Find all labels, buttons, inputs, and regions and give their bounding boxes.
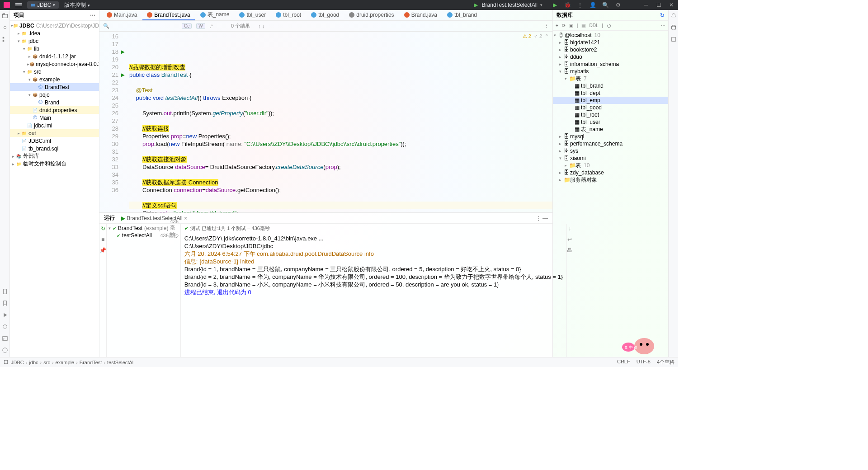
app-logo: [4, 2, 10, 8]
project-dropdown[interactable]: JDBC ▾: [27, 1, 59, 9]
db-tree-item[interactable]: ▾🗄mybatis: [553, 68, 668, 75]
db-tree-item[interactable]: ▸🗄zdy_database: [553, 169, 668, 176]
db-tx-icon[interactable]: ⭯: [607, 23, 611, 28]
editor-tab[interactable]: tbl_user: [235, 10, 270, 20]
maven-tool-icon[interactable]: [670, 36, 677, 42]
inspection-widget[interactable]: ⚠ 2 ✓ 2 ⌃: [523, 33, 549, 40]
status-indent[interactable]: 4个空格: [657, 359, 675, 366]
run-config-selector[interactable]: ▶ BrandTest.testSelectAll ▾: [470, 1, 545, 9]
search-icon[interactable]: 🔍: [602, 2, 609, 8]
db-tree-item[interactable]: ▾🛢@localhost10: [553, 32, 668, 39]
pin-icon[interactable]: 📌: [99, 247, 106, 254]
db-tree-item[interactable]: ▸🗄sys: [553, 147, 668, 155]
bookmarks-tool-icon[interactable]: [2, 300, 8, 306]
editor-tab[interactable]: 表_name: [196, 10, 234, 20]
search-small-icon[interactable]: 🔍: [103, 23, 109, 29]
breadcrumbs[interactable]: JDBC›jdbc›src›example›BrandTest›testSele…: [11, 360, 135, 365]
debug-tool-icon[interactable]: [2, 324, 8, 330]
run-icon[interactable]: ▶: [552, 2, 558, 8]
breadcrumb-item[interactable]: src: [43, 360, 50, 365]
words-toggle[interactable]: W: [196, 23, 205, 29]
structure-tool-icon[interactable]: [2, 36, 8, 42]
editor-tab[interactable]: BrandTest.java: [142, 10, 194, 20]
notifications-icon[interactable]: [670, 13, 677, 19]
problems-tool-icon[interactable]: [2, 347, 8, 353]
db-tree-item[interactable]: ▾🗄xiaomi: [553, 155, 668, 162]
db-tree-item[interactable]: ▦表_name: [553, 126, 668, 133]
editor-tab[interactable]: tbl_brand: [443, 10, 481, 20]
code-with-me-icon[interactable]: 👤: [590, 2, 596, 8]
maximize-icon[interactable]: ☐: [656, 2, 662, 8]
scroll-end-icon[interactable]: ↓: [568, 226, 571, 232]
commit-tool-icon[interactable]: [2, 24, 8, 31]
breadcrumb-item[interactable]: jdbc: [29, 360, 38, 365]
db-tree[interactable]: ▾🛢@localhost10▸🗄bigdate1421▸🗄bookstore2▸…: [553, 31, 668, 184]
terminal-tool-icon[interactable]: [2, 335, 8, 342]
db-filter-icon[interactable]: ▤: [581, 23, 585, 28]
db-ddl-button[interactable]: DDL: [589, 23, 598, 28]
db-tree-item[interactable]: ▸🗄dduo: [553, 53, 668, 61]
database-tool-icon[interactable]: [670, 24, 677, 31]
editor-tab[interactable]: druid.properties: [344, 10, 398, 20]
db-sync-icon[interactable]: ⟳: [562, 23, 566, 28]
soft-wrap-icon[interactable]: ↩: [567, 236, 572, 243]
breadcrumb-item[interactable]: testSelectAll: [107, 360, 135, 365]
rerun-icon[interactable]: ↻: [101, 226, 105, 232]
db-tree-item[interactable]: ▦tbl_brand: [553, 82, 668, 89]
console-output[interactable]: C:\Users\ZDY\.jdks\corretto-1.8.0_412\bi…: [181, 233, 566, 357]
breadcrumb-item[interactable]: BrandTest: [80, 360, 102, 365]
editor-tab[interactable]: Brand.java: [400, 10, 442, 20]
main-menu-button[interactable]: [15, 3, 22, 7]
db-console-icon[interactable]: ▣: [569, 23, 573, 28]
run-tool-icon[interactable]: [2, 312, 8, 318]
db-tree-item[interactable]: ▸📁表10: [553, 162, 668, 169]
svg-rect-1: [2, 14, 7, 18]
svg-point-6: [3, 325, 7, 329]
debug-icon[interactable]: 🐞: [564, 2, 571, 8]
test-tree[interactable]: ▾✔BrandTest (example)436毫秒 ✔testSelectAl…: [107, 224, 181, 357]
breadcrumb-item[interactable]: example: [56, 360, 75, 365]
build-tool-icon[interactable]: [2, 288, 8, 295]
db-add-icon[interactable]: +: [556, 23, 558, 28]
db-tree-item[interactable]: ▦tbl_dept: [553, 89, 668, 97]
breadcrumb-item[interactable]: JDBC: [11, 360, 24, 365]
db-tree-item[interactable]: ▦tbl_good: [553, 104, 668, 111]
minimize-icon[interactable]: ─: [643, 2, 649, 8]
db-tree-item[interactable]: ▸🗄bigdate1421: [553, 39, 668, 46]
panel-options-icon[interactable]: ⋯: [90, 12, 95, 19]
db-tree-item[interactable]: ▸📁服务器对象: [553, 176, 668, 183]
db-more-icon[interactable]: ⋯: [661, 23, 665, 28]
results-count: 0 个结果: [231, 23, 250, 29]
db-tree-item[interactable]: ▦tbl_root: [553, 111, 668, 118]
project-tool-icon[interactable]: [2, 13, 8, 19]
more-run-icon[interactable]: ⋮: [577, 2, 583, 8]
db-tree-item[interactable]: ▸🗄performance_schema: [553, 140, 668, 147]
db-toolbar[interactable]: + ⟳ ▣ | ▤ DDL | ⭯ ⋯: [553, 21, 668, 31]
db-tree-item[interactable]: ▦tbl_user: [553, 118, 668, 126]
stop-icon[interactable]: ■: [101, 236, 104, 243]
editor-tab[interactable]: Main.java: [102, 10, 142, 20]
code-editor[interactable]: 161718▶192021▶22232425262728293031323334…: [99, 32, 552, 212]
db-refresh-icon[interactable]: ↻: [660, 12, 665, 19]
editor-opts-icon[interactable]: ⋮: [544, 23, 549, 29]
print-icon[interactable]: 🖶: [567, 247, 572, 254]
db-tree-item[interactable]: ▸🗄information_schema: [553, 61, 668, 68]
left-tool-stripe: [0, 10, 10, 357]
db-tree-item[interactable]: ▾📁表7: [553, 75, 668, 82]
editor-tab[interactable]: tbl_good: [307, 10, 344, 20]
match-case-toggle[interactable]: Cc: [182, 23, 192, 29]
status-encoding[interactable]: UTF-8: [637, 359, 651, 366]
editor-tab[interactable]: tbl_root: [271, 10, 306, 20]
db-tree-item[interactable]: ▦tbl_emp: [553, 97, 668, 104]
run-panel-options-icon[interactable]: ⋮ —: [536, 215, 548, 221]
db-tree-item[interactable]: ▸🗄bookstore2: [553, 46, 668, 53]
project-tree[interactable]: ▾📁JDBCC:\Users\ZDY\Desktop\JDBC ▸📁.idea …: [10, 21, 99, 169]
close-icon[interactable]: ✕: [668, 2, 675, 8]
editor-tabs: Main.javaBrandTest.java表_nametbl_usertbl…: [99, 10, 552, 21]
tree-item-brandtest[interactable]: ⒸBrandTest: [10, 83, 99, 91]
settings-icon[interactable]: ⚙: [615, 2, 621, 8]
vcs-menu[interactable]: 版本控制 ▾: [64, 1, 90, 9]
db-tree-item[interactable]: ▸🗄mysql: [553, 133, 668, 140]
find-toolbar[interactable]: 🔍 Cc W .* 0 个结果 ↑ ↓ ⋮: [99, 21, 552, 32]
status-crlf[interactable]: CRLF: [617, 359, 630, 366]
